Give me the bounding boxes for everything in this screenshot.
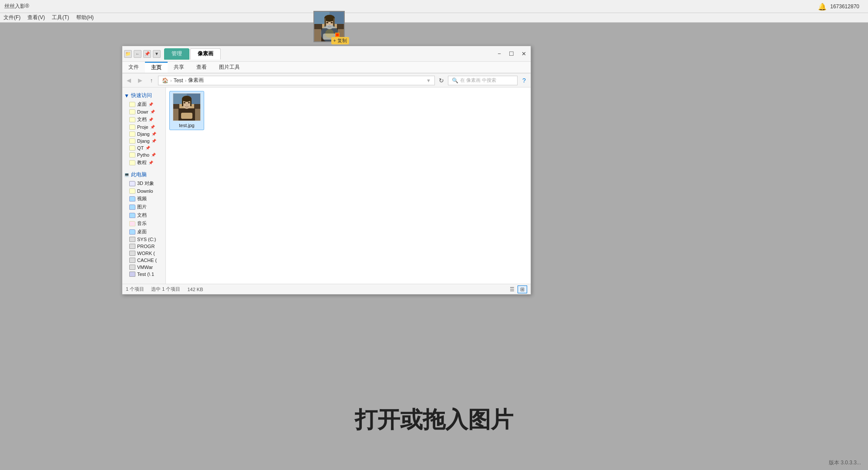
file-thumbnail <box>173 93 201 121</box>
sidebar-item-documents-pc[interactable]: 文档 <box>122 211 165 219</box>
pin-icon: 📌 <box>148 118 153 122</box>
sidebar-item-pictures[interactable]: 图片 <box>122 203 165 211</box>
address-bar: ◀ ▶ ↑ 🏠 › Test › 像素画 ▼ ↻ 🔍 在 像素画 中搜索 ? <box>122 74 531 87</box>
sidebar-label: 桌面 <box>137 101 147 107</box>
file-item-testjpg[interactable]: test.jpg <box>169 91 204 130</box>
topbar-right: 🔔 1673612870 <box>818 0 868 13</box>
sidebar-item-tutorial[interactable]: 教程 📌 <box>122 158 165 167</box>
titlebar-down-icon[interactable]: ▼ <box>153 50 161 58</box>
minimize-button[interactable]: − <box>494 50 505 58</box>
app-title: 丝丝入影® <box>4 3 29 10</box>
search-icon: 🔍 <box>452 77 458 84</box>
app-menu-bar: 文件(F) 查看(V) 工具(T) 帮助(H) <box>0 13 868 23</box>
sidebar-item-documents-quick[interactable]: 文档 📌 <box>122 115 165 124</box>
search-bar[interactable]: 🔍 在 像素画 中搜索 <box>448 76 518 85</box>
version-text: 版本 3.0.3.3... <box>829 459 861 467</box>
quick-access-label: 快速访问 <box>131 92 152 99</box>
path-test: Test <box>174 77 183 84</box>
sidebar-item-work[interactable]: WORK ( <box>122 250 165 257</box>
sidebar-item-qt[interactable]: QT 📌 <box>122 144 165 151</box>
titlebar-folder-icon[interactable]: 📁 <box>124 50 132 58</box>
sidebar-label: 文档 <box>137 212 147 218</box>
ribbon-tab-picture-tools[interactable]: 图片工具 <box>213 62 246 73</box>
sidebar-label: 3D 对象 <box>137 180 154 187</box>
sidebar-quick-access-header[interactable]: ▼ 快速访问 <box>122 91 165 100</box>
pin-icon: 📌 <box>150 125 155 129</box>
up-button[interactable]: ↑ <box>147 76 156 85</box>
svg-point-26 <box>182 96 192 102</box>
pin-icon: 📌 <box>145 146 150 150</box>
svg-rect-14 <box>324 18 326 26</box>
sidebar-item-downloads-quick[interactable]: Dowr 📌 <box>122 108 165 115</box>
back-button[interactable]: ◀ <box>124 76 134 85</box>
sidebar-item-desktop-quick[interactable]: 桌面 📌 <box>122 100 165 108</box>
sidebar-item-video[interactable]: 视频 <box>122 195 165 203</box>
titlebar-pin-icon[interactable]: 📌 <box>143 50 151 58</box>
folder-icon <box>129 131 135 137</box>
folder-icon <box>129 109 135 114</box>
sidebar-label: QT <box>137 145 144 151</box>
sidebar-item-downloads-pc[interactable]: Downlo <box>122 188 165 195</box>
path-dropdown-icon[interactable]: ▼ <box>426 78 431 83</box>
explorer-window: 📁 ← 📌 ▼ 管理 像素画 − ☐ ✕ 文件 主页 共享 查看 图片工具 ◀ … <box>122 46 531 295</box>
sidebar-label: SYS (C:) <box>137 237 156 242</box>
sidebar-item-python[interactable]: Pytho 📌 <box>122 151 165 158</box>
ribbon-tab-share[interactable]: 共享 <box>168 62 190 73</box>
sidebar-item-test-net[interactable]: Test (\ 1 <box>122 271 165 278</box>
sidebar-item-3d[interactable]: 3D 对象 <box>122 179 165 188</box>
help-button[interactable]: ? <box>519 76 529 85</box>
sidebar-item-desktop-pc[interactable]: 桌面 <box>122 228 165 236</box>
sidebar-label: 音乐 <box>137 220 147 227</box>
status-total: 1 个项目 <box>126 286 144 292</box>
app-topbar: 丝丝入影® 🔔 1673612870 <box>0 0 868 13</box>
sidebar-label: Proje <box>137 124 148 130</box>
sidebar-item-proje[interactable]: Proje 📌 <box>122 124 165 131</box>
drag-cursor-dot <box>335 33 340 37</box>
tab-manage[interactable]: 管理 <box>164 48 189 60</box>
window-controls: − ☐ ✕ <box>494 50 529 58</box>
menu-file[interactable]: 文件(F) <box>3 14 20 21</box>
sidebar-label: 教程 <box>137 159 147 166</box>
ribbon-tab-home[interactable]: 主页 <box>145 62 168 73</box>
file-label: test.jpg <box>179 123 194 128</box>
search-placeholder: 在 像素画 中搜索 <box>460 77 496 84</box>
folder-icon <box>129 188 135 194</box>
grid-view-button[interactable]: ⊞ <box>518 285 527 293</box>
sidebar-item-cache[interactable]: CACHE ( <box>122 257 165 264</box>
notification-icon[interactable]: 🔔 <box>818 3 827 11</box>
close-button[interactable]: ✕ <box>518 50 529 58</box>
pin-icon: 📌 <box>151 139 156 143</box>
address-path[interactable]: 🏠 › Test › 像素画 ▼ <box>158 76 435 85</box>
maximize-button[interactable]: ☐ <box>506 50 517 58</box>
list-view-button[interactable]: ☰ <box>507 285 517 293</box>
sidebar-item-django2[interactable]: Djang 📌 <box>122 138 165 144</box>
path-home-icon: 🏠 <box>162 77 168 84</box>
sidebar-item-sys-c[interactable]: SYS (C:) <box>122 236 165 243</box>
ribbon-tab-file[interactable]: 文件 <box>122 62 145 73</box>
pin-icon: 📌 <box>151 132 156 136</box>
refresh-button[interactable]: ↻ <box>437 76 446 85</box>
sidebar-item-django1[interactable]: Djang 📌 <box>122 131 165 138</box>
svg-point-29 <box>184 102 185 104</box>
menu-view[interactable]: 查看(V) <box>27 14 45 21</box>
pin-icon: 📌 <box>148 161 153 165</box>
menu-tools[interactable]: 工具(T) <box>52 14 69 21</box>
folder-icon <box>129 213 135 218</box>
menu-help[interactable]: 帮助(H) <box>76 14 94 21</box>
titlebar-back-icon[interactable]: ← <box>134 50 141 58</box>
sidebar-label: 桌面 <box>137 228 147 235</box>
tab-image-tools[interactable]: 像素画 <box>190 48 221 60</box>
this-pc-icon: 💻 <box>124 172 129 177</box>
sidebar-label: Test (\ 1 <box>137 272 154 277</box>
ribbon-tabs: 文件 主页 共享 查看 图片工具 <box>122 62 531 73</box>
ribbon-tab-view[interactable]: 查看 <box>190 62 213 73</box>
forward-button[interactable]: ▶ <box>135 76 145 85</box>
sidebar-item-progr[interactable]: PROGR <box>122 243 165 250</box>
svg-point-31 <box>186 104 188 105</box>
sidebar-label: 视频 <box>137 195 147 202</box>
sidebar-label: VMWar <box>137 265 153 270</box>
sidebar-item-vmware[interactable]: VMWar <box>122 264 165 271</box>
sidebar-this-pc-header[interactable]: 💻 此电脑 <box>122 170 165 179</box>
sidebar-item-music[interactable]: 音乐 <box>122 219 165 228</box>
sidebar-label: Pytho <box>137 152 149 158</box>
